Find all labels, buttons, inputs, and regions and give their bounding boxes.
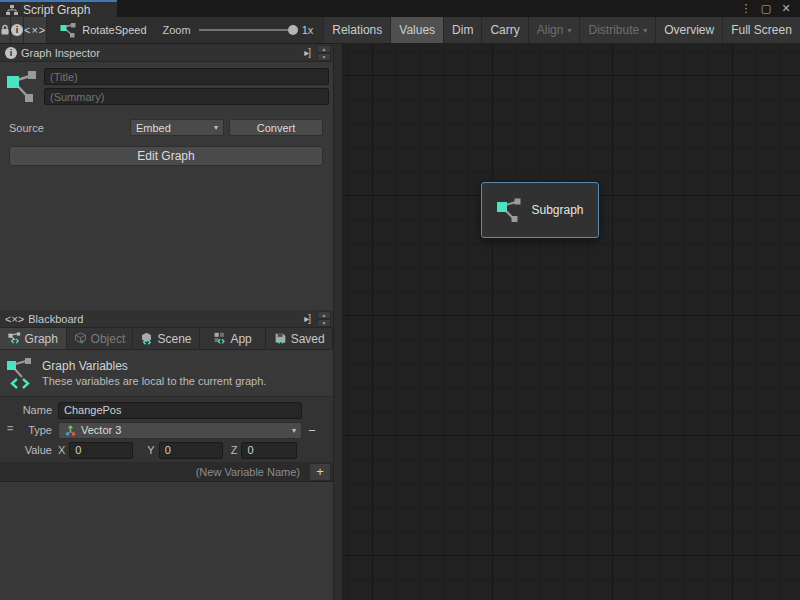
window-controls: ⋮ ▢ ✕: [738, 0, 800, 17]
subgraph-node[interactable]: Subgraph: [481, 182, 599, 238]
full-screen-button[interactable]: Full Screen: [723, 17, 800, 43]
blackboard-empty-space: [0, 482, 333, 600]
zoom-control: Zoom 1x: [157, 17, 320, 43]
overview-button[interactable]: Overview: [656, 17, 723, 43]
window-maximize-icon[interactable]: ▢: [758, 2, 774, 15]
variable-name-input[interactable]: [58, 402, 302, 419]
scroll-up-icon[interactable]: ▲: [317, 45, 331, 53]
axis-z-label: Z: [231, 444, 238, 456]
script-graph-icon: [6, 70, 38, 104]
tab-app[interactable]: App: [200, 328, 267, 349]
align-label: Align: [537, 23, 564, 37]
axis-z-input[interactable]: [241, 442, 297, 459]
convert-label: Convert: [257, 122, 296, 134]
axis-x-label: X: [58, 444, 65, 456]
dock-icon[interactable]: ▸]: [301, 313, 313, 324]
lock-button[interactable]: [0, 17, 11, 43]
relations-button[interactable]: Relations: [324, 17, 391, 43]
script-graph-icon: [496, 197, 522, 223]
chevron-down-icon: ▾: [292, 426, 296, 435]
chevron-down-icon: ▾: [567, 26, 571, 35]
carry-button[interactable]: Carry: [482, 17, 528, 43]
zoom-slider-thumb[interactable]: [288, 25, 298, 35]
hierarchy-icon: [6, 4, 18, 16]
distribute-dropdown[interactable]: Distribute ▾: [580, 17, 656, 43]
scroll-up-icon[interactable]: ▲: [317, 311, 331, 319]
blackboard-header: <×> Blackboard ▸] ▲ ▼: [0, 310, 333, 328]
dock-icon[interactable]: ▸]: [301, 47, 313, 58]
variable-type-dropdown[interactable]: Vector 3 ▾: [58, 422, 302, 439]
lock-icon: [0, 24, 10, 36]
variable-name-row: Name: [0, 400, 333, 420]
blackboard-tab-bar: Graph Object Scene: [0, 328, 333, 350]
current-graph-indicator: RotateSpeed: [47, 17, 156, 43]
graph-title-input[interactable]: [44, 68, 329, 85]
source-row: Source Embed ▾ Convert: [0, 109, 333, 136]
add-variable-button[interactable]: +: [309, 463, 331, 481]
graph-summary-input[interactable]: [44, 88, 329, 105]
tab-app-label: App: [230, 332, 251, 346]
full-screen-label: Full Screen: [731, 23, 792, 37]
tab-graph-label: Graph: [25, 332, 58, 346]
dim-label: Dim: [452, 23, 473, 37]
blackboard-title: Blackboard: [28, 313, 297, 325]
blackboard-panel: <×> Blackboard ▸] ▲ ▼: [0, 310, 333, 600]
chevron-down-icon: ▾: [214, 123, 218, 132]
toolbar-toggle-group: Relations Values Dim Carry Align ▾ Distr…: [323, 17, 800, 43]
variable-type-row: = Type Vector 3 ▾ −: [0, 420, 333, 440]
panel-scroll-arrows: ▲ ▼: [317, 311, 331, 327]
drag-handle-icon[interactable]: =: [7, 422, 13, 434]
scroll-down-icon[interactable]: ▼: [317, 53, 331, 61]
distribute-label: Distribute: [588, 23, 639, 37]
scroll-down-icon[interactable]: ▼: [317, 319, 331, 327]
new-variable-row: +: [0, 462, 333, 482]
script-graph-icon: [60, 23, 76, 38]
code-view-button[interactable]: <×>: [24, 17, 47, 43]
plus-icon: +: [316, 464, 324, 479]
tab-saved[interactable]: Saved: [266, 328, 333, 349]
app-icon: [213, 332, 226, 345]
overview-label: Overview: [664, 23, 714, 37]
convert-button[interactable]: Convert: [229, 119, 323, 136]
carry-label: Carry: [490, 23, 519, 37]
zoom-slider[interactable]: [199, 29, 294, 31]
dim-button[interactable]: Dim: [444, 17, 482, 43]
chevron-down-icon: ▾: [643, 26, 647, 35]
window-menu-icon[interactable]: ⋮: [738, 2, 754, 15]
tab-graph[interactable]: Graph: [0, 328, 67, 349]
source-dropdown[interactable]: Embed ▾: [130, 119, 224, 136]
info-icon: i: [5, 47, 17, 59]
inspector-toggle-button[interactable]: i: [11, 17, 24, 43]
window-close-icon[interactable]: ✕: [778, 2, 794, 15]
axis-x-input[interactable]: [69, 442, 133, 459]
variable-type-value: Vector 3: [81, 424, 121, 436]
vector3-icon: [64, 424, 77, 437]
tab-object[interactable]: Object: [67, 328, 134, 349]
info-icon: i: [11, 24, 23, 36]
values-button[interactable]: Values: [391, 17, 444, 43]
tab-saved-label: Saved: [291, 332, 325, 346]
graph-inspector-title: Graph Inspector: [21, 47, 297, 59]
tab-scene-label: Scene: [157, 332, 191, 346]
graph-variables-section: Graph Variables These variables are loca…: [0, 350, 333, 396]
scene-icon: [140, 332, 153, 345]
graph-name-label: RotateSpeed: [82, 24, 146, 36]
tab-scene[interactable]: Scene: [133, 328, 200, 349]
variable-value-row: Value X Y Z: [0, 440, 333, 460]
axis-y-input[interactable]: [159, 442, 223, 459]
graph-canvas[interactable]: Subgraph: [343, 44, 800, 600]
panel-scrollbar[interactable]: [333, 44, 343, 600]
edit-graph-button[interactable]: Edit Graph: [9, 146, 323, 166]
source-label: Source: [9, 122, 130, 134]
variable-name-label: Name: [0, 404, 52, 416]
remove-variable-button[interactable]: −: [302, 423, 322, 438]
new-variable-input[interactable]: [8, 466, 306, 478]
save-floppy-icon: [274, 332, 287, 345]
graph-meta-fields: [44, 68, 329, 105]
tab-title: Script Graph: [23, 3, 90, 17]
align-dropdown[interactable]: Align ▾: [529, 17, 581, 43]
graph-variables-title: Graph Variables: [42, 359, 266, 373]
relations-label: Relations: [332, 23, 382, 37]
variable-row: Name = Type Vector 3: [0, 397, 333, 462]
tab-script-graph[interactable]: Script Graph: [0, 0, 117, 17]
